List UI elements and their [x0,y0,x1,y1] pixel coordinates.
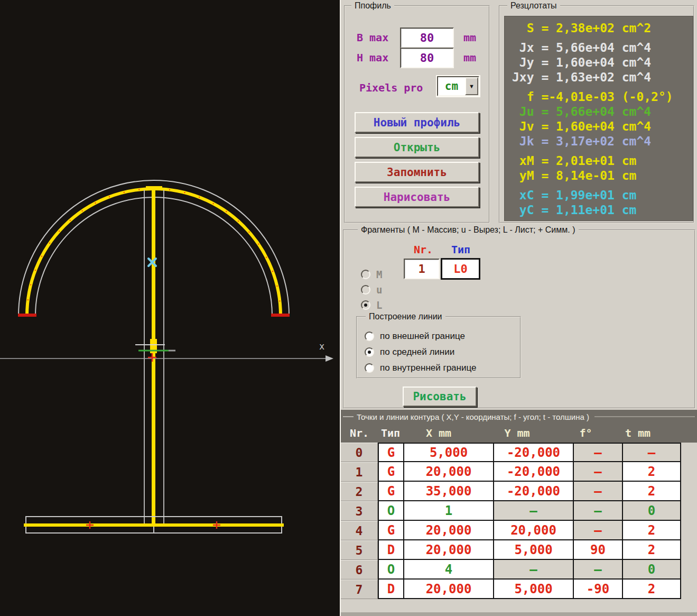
line-option-radio[interactable]: по внешней границе [365,331,465,342]
radio-label: по средней линии [380,347,454,357]
pixels-pro-label: Pixels pro [359,81,423,94]
table-cell[interactable]: 5,000 [403,443,493,462]
open-button[interactable]: Открыть [355,137,479,158]
row-number[interactable]: 4 [341,521,378,540]
table-cell[interactable]: 0 [622,501,681,521]
table-cell[interactable]: G [378,443,403,462]
line-option-radio[interactable]: по средней линии [365,347,454,357]
table-cell[interactable]: 0 [622,560,681,580]
radio-label: u [376,284,382,296]
results-group-title: Резцлотаты [507,1,560,11]
table-cell[interactable]: 20,000 [403,580,493,599]
table-cell[interactable]: 20,000 [493,521,573,540]
h-max-input[interactable]: 80 [400,48,454,68]
table-cell[interactable]: D [378,580,403,599]
table-cell[interactable]: O [378,560,403,580]
table-cell[interactable]: 4 [403,560,493,580]
result-line: Jy = 1,60e+04 cm^4 [512,55,693,70]
table-cell[interactable]: O [378,501,403,521]
table-cell[interactable]: 35,000 [403,482,493,501]
table-cell[interactable]: 90 [573,540,622,560]
table-cell[interactable]: 2 [622,521,681,540]
b-max-unit: mm [463,31,476,44]
b-max-input[interactable]: 80 [400,27,454,48]
row-number[interactable]: 1 [341,462,378,482]
arch-right-end-mark [271,314,290,317]
table-cell[interactable]: – [573,482,622,501]
dropdown-button[interactable]: ▼ [465,77,478,95]
pixels-pro-dropdown[interactable]: cm ▼ [437,76,479,96]
table-cell[interactable]: G [378,482,403,501]
draw-button[interactable]: Рисовать [403,387,477,407]
table-cell[interactable]: 2 [622,462,681,482]
bottom-strip [341,612,697,616]
contour-table: Точки и линии контура ( X,Y - координаты… [341,410,697,599]
table-cell[interactable]: – [493,501,573,521]
result-line: xC = 1,99e+01 cm [512,188,693,203]
table-cell[interactable]: -90 [573,580,622,599]
contour-table-header: Nr.ТипX mmY mmf°t mm [341,424,697,443]
table-row: 2G35,000-20,000–2 [341,482,697,501]
table-cell[interactable]: 1 [403,501,493,521]
table-cell[interactable]: -20,000 [493,443,573,462]
table-cell[interactable]: – [493,560,573,580]
table-cell[interactable]: 20,000 [403,521,493,540]
table-cell[interactable]: 5,000 [493,540,573,560]
radio-icon [365,363,374,373]
fragment-radio-u[interactable]: u [361,284,382,296]
table-row: 5D20,0005,000902 [341,540,697,560]
table-cell[interactable]: – [573,501,622,521]
table-row: 3O1––0 [341,501,697,521]
radio-icon [361,285,370,295]
radio-icon [365,347,374,357]
b-max-label: B max [357,31,388,44]
column-header: f° [561,427,610,439]
draw-button[interactable]: Нарисовать [355,187,479,207]
table-cell[interactable]: – [573,521,622,540]
table-cell[interactable]: G [378,521,403,540]
table-row: 1G20,000-20,000–2 [341,462,697,482]
table-cell[interactable]: 2 [622,580,681,599]
table-cell[interactable]: – [573,560,622,580]
fragment-nr-header: Nr. [414,243,433,256]
drawing-canvas[interactable]: x [0,0,340,616]
column-header: Nr. [341,427,378,439]
fragment-radio-M[interactable]: M [361,269,382,280]
h-max-unit: mm [463,51,476,64]
result-line: yC = 1,11e+01 cm [512,203,693,217]
row-number[interactable]: 6 [341,560,378,580]
table-cell[interactable]: – [573,462,622,482]
fragment-type-header: Тип [451,243,470,256]
result-line: Jx = 5,66e+04 cm^4 [512,40,693,55]
row-number[interactable]: 5 [341,540,378,560]
radio-icon [361,270,370,279]
row-number[interactable]: 7 [341,580,378,599]
fragment-nr-input[interactable]: 1 [404,259,440,279]
table-cell[interactable]: 20,000 [403,540,493,560]
table-cell[interactable]: -20,000 [493,482,573,501]
fragment-radio-L[interactable]: L [361,299,382,311]
row-number[interactable]: 3 [341,501,378,521]
table-cell[interactable]: D [378,540,403,560]
table-row: 4G20,00020,000–2 [341,521,697,540]
row-number[interactable]: 2 [341,482,378,501]
table-cell[interactable]: – [622,443,681,462]
x-axis-label: x [319,341,324,352]
table-cell[interactable]: 20,000 [403,462,493,482]
line-construction-title: Построение линии [366,311,445,322]
table-cell[interactable]: 2 [622,540,681,560]
line-option-radio[interactable]: по внутренней границе [365,363,476,373]
table-cell[interactable]: -20,000 [493,462,573,482]
result-line: Jk = 3,17e+02 cm^4 [512,134,693,149]
table-cell[interactable]: G [378,462,403,482]
save-button[interactable]: Запомнить [355,162,479,182]
results-groupbox: Резцлотаты S = 2,38e+02 cm^2 Jx = 5,66e+… [499,5,694,223]
new-profile-button[interactable]: Новый профиль [355,112,479,133]
title-tick-right [594,416,695,417]
table-row: 0G5,000-20,000–– [341,443,697,462]
table-cell[interactable]: 2 [622,482,681,501]
table-cell[interactable]: – [573,443,622,462]
table-cell[interactable]: 5,000 [493,580,573,599]
fragment-type-input[interactable]: L0 [441,258,480,280]
row-number[interactable]: 0 [341,443,378,462]
